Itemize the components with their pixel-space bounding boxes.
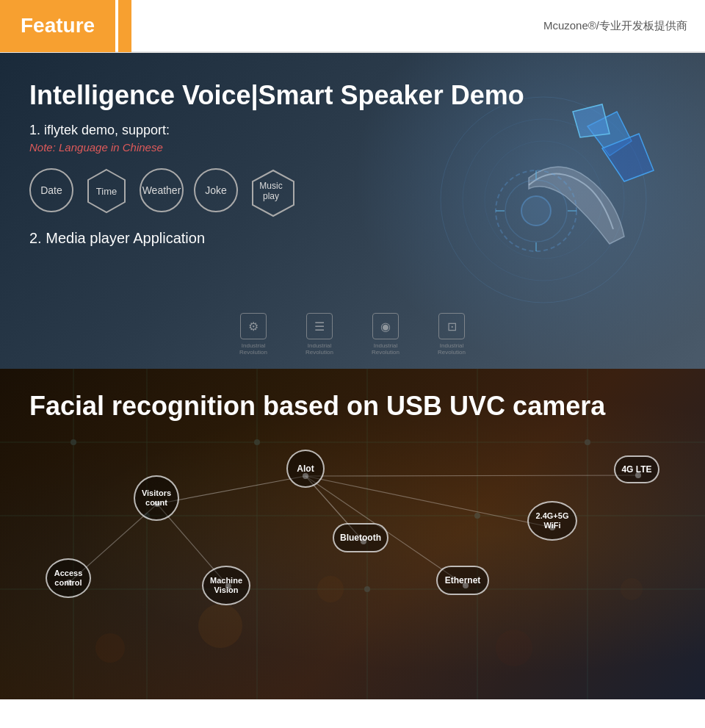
voice-tags-row: Date Time Weather Joke Musicplay [29, 168, 676, 214]
node-ethernet-circle: Ethernet [436, 566, 489, 595]
voice-sub2: 2. Media player Application [29, 230, 676, 247]
node-4glte: 4G LTE [614, 455, 659, 483]
tag-time: Time [84, 168, 129, 214]
node-machine-label: MachineVision [210, 576, 242, 595]
node-bluetooth-circle: Bluetooth [333, 523, 388, 552]
header-orange-accent [118, 0, 131, 52]
media-icon-circle-2: ☰ [306, 313, 333, 339]
media-icon-circle-4: ⊡ [438, 313, 465, 339]
node-aiot-label: AIot [297, 464, 314, 474]
node-ethernet-label: Ethernet [445, 575, 481, 585]
media-icon-label-2: Industrial Revolution [297, 342, 341, 356]
svg-point-21 [70, 439, 76, 445]
node-4glte-circle: 4G LTE [614, 455, 659, 483]
media-icon-circle-1: ⚙ [240, 313, 267, 339]
face-recognition-section: Facial recognition based on USB UVC came… [0, 369, 705, 699]
node-bluetooth-label: Bluetooth [340, 533, 381, 543]
media-icon-label-3: Industrial Revolution [364, 342, 408, 356]
tag-date-label: Date [40, 184, 62, 196]
tag-joke: Joke [194, 168, 238, 212]
media-icon-label-1: Industrial Revolution [231, 342, 275, 356]
node-visitors-label: Visitorscount [142, 489, 171, 508]
svg-line-32 [157, 476, 306, 504]
feature-label: Feature [0, 0, 115, 52]
tag-date: Date [29, 168, 73, 212]
node-wifi-label: 2.4G+5GWiFi [536, 511, 569, 530]
brand-text: Mcuzone®/专业开发板提供商 [543, 19, 687, 33]
node-aiot-circle: AIot [286, 450, 325, 488]
header: Feature Mcuzone®/专业开发板提供商 [0, 0, 705, 53]
node-access-label: Accesscontrol [54, 569, 83, 588]
node-visitors-circle: Visitorscount [134, 475, 179, 521]
voice-note: Note: Language in Chinese [29, 141, 676, 154]
node-machine-vision: MachineVision [202, 566, 250, 605]
node-wifi-circle: 2.4G+5GWiFi [527, 501, 577, 541]
svg-line-35 [306, 476, 552, 527]
media-icon-2: ☰ Industrial Revolution [297, 313, 341, 356]
node-ethernet: Ethernet [436, 566, 489, 595]
tag-music-play: Musicplay [248, 168, 294, 214]
face-recognition-title: Facial recognition based on USB UVC came… [29, 391, 676, 422]
svg-point-26 [585, 439, 590, 445]
node-4glte-label: 4G LTE [621, 464, 651, 475]
tag-music-play-label: Musicplay [259, 181, 282, 201]
media-icons-row: ⚙ Industrial Revolution ☰ Industrial Rev… [231, 313, 474, 356]
tag-time-label: Time [96, 186, 117, 197]
tag-weather: Weather [140, 168, 184, 212]
media-icon-1: ⚙ Industrial Revolution [231, 313, 275, 356]
tag-joke-label: Joke [205, 184, 227, 196]
media-icon-3: ◉ Industrial Revolution [364, 313, 408, 356]
node-bluetooth: Bluetooth [333, 523, 388, 552]
node-connection-lines [0, 450, 705, 699]
node-machine-circle: MachineVision [202, 566, 250, 605]
svg-point-23 [254, 439, 260, 445]
voice-demo-section: Intelligence Voice|Smart Speaker Demo 1.… [0, 53, 705, 369]
node-access-circle: Accesscontrol [46, 558, 91, 598]
node-access-control: Accesscontrol [46, 558, 91, 598]
voice-demo-title: Intelligence Voice|Smart Speaker Demo [29, 79, 676, 111]
tag-weather-label: Weather [142, 184, 181, 196]
node-visitors-count: Visitorscount [134, 475, 179, 521]
node-wifi: 2.4G+5GWiFi [527, 501, 577, 541]
media-icon-4: ⊡ Industrial Revolution [430, 313, 474, 356]
media-icon-label-4: Industrial Revolution [430, 342, 474, 356]
network-nodes-area: AIot Visitorscount Bluetooth 4G LTE 2.4G… [0, 450, 705, 699]
node-aiot: AIot [286, 450, 325, 488]
svg-line-34 [306, 475, 638, 476]
media-icon-circle-3: ◉ [372, 313, 399, 339]
voice-sub1: 1. iflytek demo, support: [29, 123, 676, 138]
